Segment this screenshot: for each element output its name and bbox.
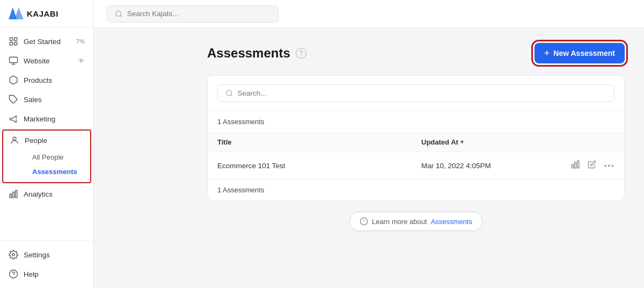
new-assessment-button[interactable]: + New Assessment — [535, 43, 625, 63]
svg-point-14 — [12, 254, 15, 256]
sidebar-subitem-all-people[interactable]: All People — [24, 150, 90, 164]
table-row: Ecommerce 101 Test Mar 10, 2022 4:05PM ·… — [208, 152, 624, 179]
sidebar-item-get-started[interactable]: Get Started 7% — [0, 32, 93, 51]
svg-line-20 — [231, 95, 232, 96]
page-title-row: Assessments ? — [207, 46, 306, 61]
sidebar-item-people[interactable]: People — [3, 131, 90, 150]
sidebar-item-sales[interactable]: Sales — [0, 90, 93, 109]
sidebar-item-marketing[interactable]: Marketing — [0, 109, 93, 128]
box-icon — [9, 75, 18, 85]
svg-rect-3 — [14, 38, 17, 40]
col-updated-at[interactable]: Updated At ▾ — [421, 138, 550, 146]
sidebar-label-settings: Settings — [24, 251, 50, 259]
main-content: Assessments ? + New Assessment 1 Assessm… — [188, 28, 644, 288]
sidebar-nav: Get Started 7% Website 👁 Products Sales … — [0, 27, 93, 240]
sidebar-item-analytics[interactable]: Analytics — [0, 184, 93, 204]
sidebar-item-website[interactable]: Website 👁 — [0, 51, 93, 70]
grid-icon — [9, 37, 18, 46]
svg-point-19 — [226, 90, 232, 96]
chart-bar-icon — [9, 189, 18, 199]
global-search[interactable] — [107, 5, 279, 23]
help-circle-icon — [9, 269, 18, 279]
topbar — [94, 0, 644, 28]
page-header: Assessments ? + New Assessment — [207, 43, 625, 63]
learn-more-link[interactable]: Assessments — [431, 218, 472, 226]
sidebar-subitem-assessments[interactable]: Assessments — [24, 164, 90, 179]
sort-arrow-icon: ▾ — [460, 139, 464, 146]
card-search-icon — [225, 89, 233, 97]
sidebar-label-analytics: Analytics — [24, 190, 53, 198]
svg-point-15 — [10, 270, 18, 278]
card-search-input[interactable] — [238, 89, 606, 97]
page-title: Assessments — [207, 46, 290, 61]
tag-icon — [9, 95, 18, 104]
svg-marker-1 — [14, 8, 24, 19]
people-section: People All People Assessments — [2, 129, 91, 183]
col-title: Title — [217, 138, 421, 146]
svg-rect-22 — [575, 162, 576, 168]
sidebar-label-help: Help — [24, 270, 39, 278]
svg-point-17 — [116, 11, 121, 16]
plus-icon: + — [544, 48, 550, 58]
sidebar-label-sales: Sales — [24, 96, 42, 104]
learn-more-text: Learn more about — [372, 218, 427, 226]
learn-more-button[interactable]: Learn more about Assessments — [349, 212, 482, 231]
new-assessment-label: New Assessment — [553, 49, 615, 57]
kajabi-logo-icon — [9, 8, 24, 19]
svg-rect-11 — [10, 194, 11, 198]
card-search-bar — [208, 76, 624, 111]
more-options-icon[interactable]: ··· — [604, 160, 614, 171]
assessments-card: 1 Assessments Title Updated At ▾ Ecommer… — [207, 75, 625, 201]
assessments-count-top: 1 Assessments — [208, 111, 624, 133]
logo-area[interactable]: KAJABI — [0, 0, 93, 27]
sidebar-label-get-started: Get Started — [24, 38, 61, 46]
svg-rect-12 — [13, 192, 14, 198]
sidebar-label-products: Products — [24, 76, 52, 84]
gear-icon — [9, 250, 18, 260]
search-input[interactable] — [127, 10, 270, 18]
assessment-title: Ecommerce 101 Test — [217, 162, 286, 170]
table-header: Title Updated At ▾ — [208, 133, 624, 152]
sidebar-item-help[interactable]: Help — [0, 264, 93, 284]
cell-actions: ··· — [550, 160, 614, 171]
learn-more-section: Learn more about Assessments — [207, 201, 625, 242]
cell-updated-at: Mar 10, 2022 4:05PM — [421, 162, 550, 170]
sidebar-bottom: Settings Help — [0, 240, 93, 288]
svg-rect-4 — [10, 42, 12, 45]
sidebar-label-people: People — [25, 136, 47, 145]
person-icon — [10, 135, 19, 145]
sidebar-item-settings[interactable]: Settings — [0, 245, 93, 264]
svg-rect-6 — [10, 57, 18, 63]
learn-more-help-icon — [360, 217, 368, 226]
col-actions — [550, 138, 614, 146]
page-help-icon[interactable]: ? — [296, 48, 306, 59]
assessments-count-bottom: 1 Assessments — [208, 179, 624, 200]
get-started-badge: 7% — [76, 38, 85, 45]
sidebar-item-products[interactable]: Products — [0, 70, 93, 90]
svg-rect-2 — [10, 38, 12, 40]
svg-line-18 — [120, 15, 122, 17]
megaphone-icon — [9, 114, 18, 124]
logo-text: KAJABI — [27, 9, 58, 18]
edit-icon[interactable] — [588, 160, 596, 171]
sidebar: KAJABI Get Started 7% Website 👁 Products… — [0, 0, 94, 288]
svg-rect-23 — [577, 161, 579, 168]
stats-icon[interactable] — [570, 160, 580, 171]
eye-icon: 👁 — [78, 57, 85, 65]
svg-rect-13 — [16, 190, 17, 198]
svg-rect-21 — [572, 164, 574, 168]
cell-title: Ecommerce 101 Test — [217, 162, 421, 170]
sidebar-label-website: Website — [24, 57, 50, 65]
monitor-icon — [9, 56, 18, 66]
card-search[interactable] — [217, 84, 614, 102]
svg-point-10 — [13, 137, 16, 140]
sidebar-label-marketing: Marketing — [24, 115, 55, 123]
search-icon — [115, 10, 123, 18]
svg-rect-5 — [14, 42, 17, 45]
people-subitems: All People Assessments — [3, 150, 90, 182]
